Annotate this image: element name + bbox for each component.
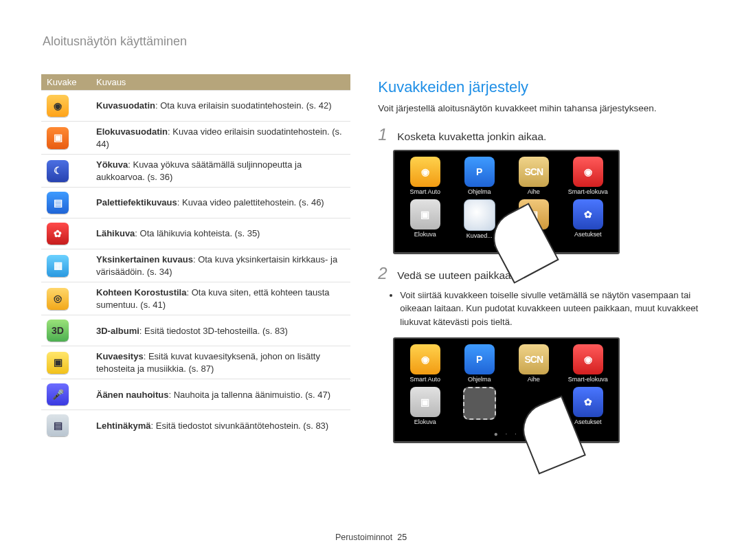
- cell-desc: Palettiefektikuvaus: Kuvaa video paletti…: [91, 188, 350, 219]
- camera-icon: ◉: [47, 95, 69, 117]
- step-1-text: Kosketa kuvaketta jonkin aikaa.: [397, 131, 546, 143]
- tile-ohjelma: POhjelma: [456, 157, 503, 195]
- gear-icon: ✿: [573, 199, 603, 229]
- tile-smart-auto: ◉Smart Auto: [401, 344, 449, 383]
- row-title: Lehtinäkymä: [96, 421, 150, 431]
- smart-movie-icon: ◉: [573, 344, 603, 374]
- cell-desc: Kuvaesitys: Esitä kuvat kuvaesityksenä, …: [91, 346, 350, 379]
- step-2-bullet: Voit siirtää kuvakkeen toiselle sivulle …: [400, 289, 701, 329]
- page-footer: Perustoiminnot 25: [0, 533, 742, 542]
- book-icon: ▤: [47, 414, 69, 436]
- tile-elokuva: ▣Elokuva: [401, 199, 449, 239]
- moon-icon: ☾: [47, 160, 69, 182]
- cell-desc: Yksinkertainen kuvaus: Ota kuva yksinker…: [91, 249, 350, 282]
- cell-desc: Yökuva: Kuvaa yökuva säätämällä suljinno…: [91, 155, 350, 188]
- row-title: 3D-albumi: [96, 326, 139, 336]
- cell-icon: 🎤: [41, 379, 91, 410]
- breadcrumb: Aloitusnäytön käyttäminen: [43, 34, 187, 49]
- row-title: Palettiefektikuvaus: [96, 197, 177, 208]
- table-row: 3D3D-albumi: Esitä tiedostot 3D-tehostei…: [41, 315, 350, 346]
- row-rest: : Esitä tiedostot 3D-tehosteilla. (s. 83…: [139, 326, 288, 336]
- film-icon: ▣: [47, 127, 69, 149]
- table-row: 🎤Äänen nauhoitus: Nauhoita ja tallenna ä…: [41, 379, 350, 410]
- cell-desc: 3D-albumi: Esitä tiedostot 3D-tehosteill…: [91, 315, 350, 346]
- tile-elokuva: ▣Elokuva: [401, 387, 449, 428]
- program-icon: P: [464, 344, 495, 374]
- flower-icon: ✿: [47, 223, 69, 245]
- dragged-icon: [464, 199, 495, 231]
- mic-icon: 🎤: [47, 383, 69, 405]
- label-smart-elokuva: Smart-elokuva: [564, 376, 611, 383]
- cell-desc: Elokuvasuodatin: Kuvaa video erilaisin s…: [91, 122, 350, 155]
- row-rest: : Nauhoita ja tallenna äänimuistio. (s. …: [168, 390, 330, 400]
- cell-desc: Kuvasuodatin: Ota kuva erilaisin suodati…: [91, 91, 350, 122]
- row-title: Yksinkertainen kuvaus: [96, 254, 193, 265]
- footer-page-number: 25: [397, 533, 407, 542]
- cell-icon: ▣: [41, 346, 91, 379]
- step-2-notes: Voit siirtää kuvakkeen toiselle sivulle …: [400, 289, 701, 329]
- 3d-icon: 3D: [47, 320, 69, 341]
- label-smart-auto: Smart Auto: [401, 376, 449, 383]
- tile-smart-elokuva: ◉Smart-elokuva: [564, 157, 611, 195]
- label-blank: [456, 421, 503, 428]
- label-aihe: Aihe: [510, 376, 557, 383]
- movie-icon: ▣: [410, 199, 440, 229]
- cell-icon: ▣: [41, 122, 91, 155]
- label-elokuva: Elokuva: [401, 418, 449, 425]
- right-column: Kuvakkeiden järjestely Voit järjestellä …: [378, 33, 701, 453]
- page: Kuvake Kuvaus ◉Kuvasuodatin: Ota kuva er…: [0, 0, 742, 453]
- tile-asetukset: ✿Asetukset: [564, 199, 611, 239]
- step-2-number: 2: [378, 264, 390, 283]
- cell-icon: ▤: [41, 410, 91, 441]
- scene-icon: SCN: [519, 344, 549, 374]
- home-screen-illustration-2: ◉Smart Auto POhjelma SCNAihe ◉Smart-elok…: [393, 337, 620, 443]
- scene-icon: SCN: [519, 157, 549, 187]
- step-2-text: Vedä se uuteen paikkaan.: [397, 269, 519, 282]
- row-rest: : Ota lähikuvia kohteista. (s. 35): [135, 228, 260, 238]
- table-row: ▣Kuvaesitys: Esitä kuvat kuvaesityksenä,…: [41, 346, 350, 379]
- th-desc: Kuvaus: [91, 74, 350, 91]
- th-icon: Kuvake: [41, 74, 91, 91]
- label-ohjelma: Ohjelma: [456, 376, 503, 383]
- label-asetukset: Asetukset: [564, 231, 611, 238]
- tile-placeholder: [456, 387, 503, 428]
- table-row: ☾Yökuva: Kuvaa yökuva säätämällä suljinn…: [41, 155, 350, 188]
- step-1: 1 Kosketa kuvaketta jonkin aikaa.: [378, 125, 701, 144]
- tile-aihe: SCNAihe: [510, 157, 557, 195]
- table-row: ▤Palettiefektikuvaus: Kuvaa video palett…: [41, 188, 350, 219]
- tile-smart-auto: ◉Smart Auto: [401, 157, 449, 195]
- label-smart-elokuva: Smart-elokuva: [564, 188, 611, 195]
- icon-table: Kuvake Kuvaus ◉Kuvasuodatin: Ota kuva er…: [41, 74, 350, 440]
- section-title: Kuvakkeiden järjestely: [378, 78, 701, 96]
- label-smart-auto: Smart Auto: [401, 188, 449, 195]
- cell-icon: ▤: [41, 188, 91, 219]
- footer-section: Perustoiminnot: [335, 533, 392, 542]
- left-column: Kuvake Kuvaus ◉Kuvasuodatin: Ota kuva er…: [41, 33, 350, 453]
- table-row: ◉Kuvasuodatin: Ota kuva erilaisin suodat…: [41, 91, 350, 122]
- table-row: ▣Elokuvasuodatin: Kuvaa video erilaisin …: [41, 122, 350, 155]
- row-rest: : Ota kuva erilaisin suodatintehostein. …: [155, 100, 332, 111]
- table-row: ▦Yksinkertainen kuvaus: Ota kuva yksinke…: [41, 249, 350, 282]
- cell-icon: ◎: [41, 282, 91, 315]
- cell-icon: ✿: [41, 219, 91, 249]
- camera-icon: ◉: [410, 157, 440, 187]
- table-row: ◎Kohteen Korostustila: Ota kuva siten, e…: [41, 282, 350, 315]
- label-elokuva: Elokuva: [401, 231, 449, 238]
- row-title: Kuvaesitys: [96, 351, 144, 361]
- cell-icon: ▦: [41, 249, 91, 282]
- section-intro: Voit järjestellä aloitusnäytön kuvakkeet…: [378, 102, 701, 115]
- row-rest: : Esitä tiedostot sivunkääntötehostein. …: [150, 421, 328, 431]
- gear-icon: ✿: [573, 387, 603, 417]
- smart-movie-icon: ◉: [573, 157, 603, 187]
- label-aihe: Aihe: [510, 188, 557, 195]
- tile-ohjelma: POhjelma: [456, 344, 503, 383]
- row-title: Äänen nauhoitus: [96, 390, 168, 400]
- row-title: Yökuva: [96, 159, 128, 170]
- row-title: Lähikuva: [96, 228, 135, 238]
- tile-aihe: SCNAihe: [510, 344, 557, 383]
- cell-desc: Lähikuva: Ota lähikuvia kohteista. (s. 3…: [91, 219, 350, 249]
- program-icon: P: [464, 157, 495, 187]
- slide-icon: ▣: [47, 352, 69, 374]
- home-screen-illustration-1: ◉Smart Auto POhjelma SCNAihe ◉Smart-elok…: [393, 150, 620, 254]
- cell-desc: Kohteen Korostustila: Ota kuva siten, et…: [91, 282, 350, 315]
